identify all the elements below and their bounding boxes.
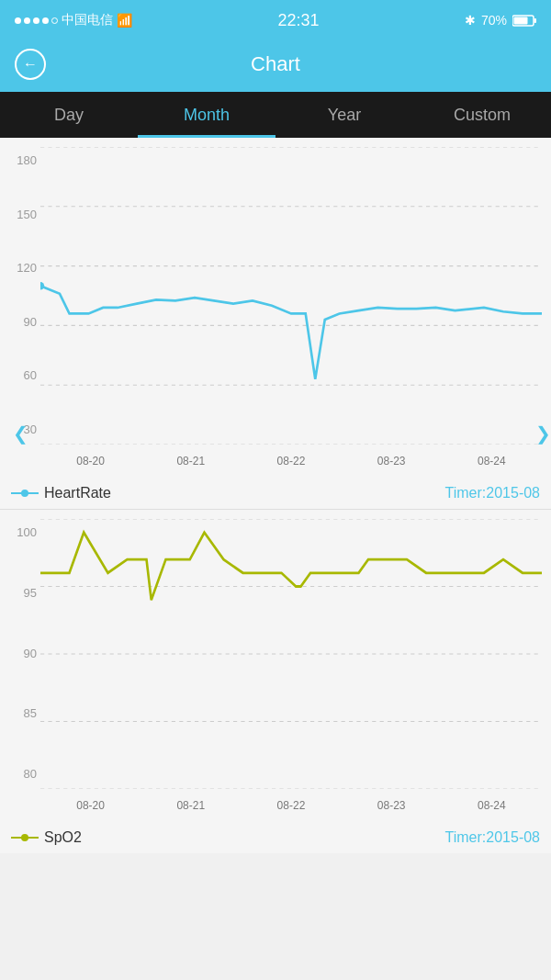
tab-month[interactable]: Month <box>138 92 276 138</box>
svg-point-10 <box>21 490 28 497</box>
carrier-label: 中国电信 <box>62 12 113 28</box>
status-bar: 中国电信 📶 22:31 ✱ 70% <box>0 0 551 40</box>
spo2-x-0820: 08-20 <box>76 799 105 812</box>
prev-arrow[interactable]: ❮ <box>13 422 28 445</box>
hr-y-label-180: 180 <box>4 154 37 166</box>
status-right: ✱ 70% <box>465 13 536 28</box>
hr-dot-start <box>40 282 44 290</box>
spo2-timer: Timer:2015-08 <box>445 829 540 846</box>
spo2-x-0822: 08-22 <box>277 799 306 812</box>
hr-y-label-60: 60 <box>4 369 37 381</box>
svg-rect-1 <box>534 18 536 23</box>
heart-rate-svg <box>40 147 542 445</box>
hr-x-0821: 08-21 <box>176 455 205 467</box>
page-title: Chart <box>251 52 300 76</box>
spo2-y-label-100: 100 <box>4 526 37 538</box>
spo2-svg <box>40 519 542 789</box>
hr-x-0824: 08-24 <box>478 455 506 467</box>
spo2-legend-line <box>11 832 39 843</box>
heart-rate-line <box>40 286 542 379</box>
spo2-legend-label: SpO2 <box>44 829 82 846</box>
hr-legend-left: HeartRate <box>11 485 111 501</box>
hr-y-label-90: 90 <box>4 316 37 328</box>
hr-x-0820: 08-20 <box>76 455 105 467</box>
dot1 <box>15 17 21 24</box>
heart-rate-legend: HeartRate Timer:2015-08 <box>0 478 551 509</box>
tab-custom[interactable]: Custom <box>413 92 551 138</box>
back-button[interactable]: ← <box>15 49 46 80</box>
spo2-line <box>40 533 542 601</box>
tab-day[interactable]: Day <box>0 92 138 138</box>
spo2-y-label-90: 90 <box>4 648 37 659</box>
next-arrow[interactable]: ❯ <box>535 422 551 445</box>
hr-timer: Timer:2015-08 <box>445 485 540 501</box>
dot4 <box>42 17 49 24</box>
spo2-y-label-80: 80 <box>4 768 37 780</box>
spo2-x-0821: 08-21 <box>176 799 205 812</box>
tab-bar: Day Month Year Custom <box>0 92 551 138</box>
spo2-legend: SpO2 Timer:2015-08 <box>0 822 551 853</box>
wifi-icon: 📶 <box>117 13 132 28</box>
battery-icon <box>512 15 536 27</box>
dot3 <box>33 17 39 24</box>
hr-y-label-150: 150 <box>4 208 37 220</box>
spo2-chart-section: 100 95 90 85 80 <box>0 510 551 853</box>
hr-x-0822: 08-22 <box>277 455 306 467</box>
hr-y-label-120: 120 <box>4 262 37 274</box>
hr-legend-line <box>11 488 39 499</box>
hr-legend-label: HeartRate <box>44 485 111 501</box>
spo2-legend-left: SpO2 <box>11 829 82 846</box>
spo2-y-label-95: 95 <box>4 587 37 599</box>
dot2 <box>24 17 30 24</box>
status-left: 中国电信 📶 <box>15 12 132 28</box>
svg-rect-2 <box>513 17 527 24</box>
spo2-x-0823: 08-23 <box>377 799 406 812</box>
bluetooth-icon: ✱ <box>465 13 476 28</box>
header: ← Chart <box>0 40 551 92</box>
dot5 <box>51 17 58 24</box>
hr-x-0823: 08-23 <box>377 455 406 467</box>
signal-dots <box>15 17 58 24</box>
heart-rate-chart-section: 180 150 120 90 60 30 <box>0 138 551 510</box>
spo2-x-0824: 08-24 <box>478 799 506 812</box>
back-icon: ← <box>23 56 38 73</box>
spo2-y-label-85: 85 <box>4 707 37 719</box>
svg-point-17 <box>21 834 28 841</box>
tab-year[interactable]: Year <box>276 92 413 138</box>
battery-label: 70% <box>481 13 507 28</box>
status-time: 22:31 <box>277 11 319 30</box>
